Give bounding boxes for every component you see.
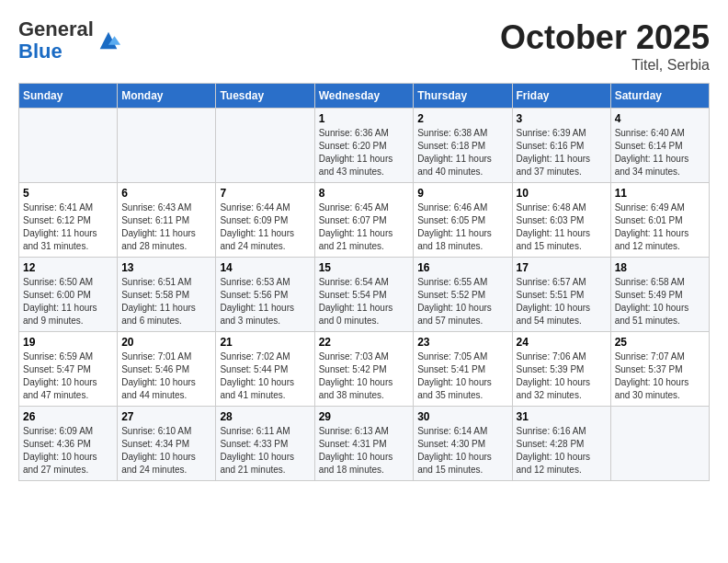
page-header: General Blue October 2025 Titel, Serbia bbox=[18, 18, 710, 74]
day-number: 14 bbox=[220, 261, 310, 274]
calendar-cell: 28Sunrise: 6:11 AMSunset: 4:33 PMDayligh… bbox=[216, 407, 314, 481]
col-friday: Friday bbox=[512, 84, 610, 109]
calendar-cell: 31Sunrise: 6:16 AMSunset: 4:28 PMDayligh… bbox=[512, 407, 610, 481]
day-info: Sunrise: 6:45 AMSunset: 6:07 PMDaylight:… bbox=[319, 201, 410, 253]
month-year-title: October 2025 bbox=[500, 18, 710, 57]
calendar-cell: 13Sunrise: 6:51 AMSunset: 5:58 PMDayligh… bbox=[118, 258, 216, 332]
day-info: Sunrise: 6:51 AMSunset: 5:58 PMDaylight:… bbox=[121, 276, 211, 327]
day-number: 17 bbox=[517, 261, 607, 274]
day-info: Sunrise: 6:50 AMSunset: 6:00 PMDaylight:… bbox=[23, 276, 113, 327]
day-number: 26 bbox=[23, 410, 113, 423]
calendar-cell: 27Sunrise: 6:10 AMSunset: 4:34 PMDayligh… bbox=[118, 407, 216, 481]
calendar-cell: 4Sunrise: 6:40 AMSunset: 6:14 PMDaylight… bbox=[610, 109, 709, 183]
calendar-cell: 3Sunrise: 6:39 AMSunset: 6:16 PMDaylight… bbox=[512, 109, 610, 183]
day-number: 2 bbox=[417, 112, 507, 125]
day-info: Sunrise: 6:46 AMSunset: 6:05 PMDaylight:… bbox=[417, 201, 507, 253]
col-tuesday: Tuesday bbox=[216, 84, 314, 109]
location-subtitle: Titel, Serbia bbox=[500, 57, 710, 74]
logo-icon bbox=[96, 28, 121, 53]
calendar-cell: 20Sunrise: 7:01 AMSunset: 5:46 PMDayligh… bbox=[118, 332, 216, 407]
calendar-cell: 11Sunrise: 6:49 AMSunset: 6:01 PMDayligh… bbox=[610, 183, 709, 258]
col-thursday: Thursday bbox=[414, 84, 512, 109]
calendar-header: Sunday Monday Tuesday Wednesday Thursday… bbox=[19, 84, 710, 109]
day-info: Sunrise: 6:38 AMSunset: 6:18 PMDaylight:… bbox=[417, 127, 507, 178]
day-info: Sunrise: 6:39 AMSunset: 6:16 PMDaylight:… bbox=[517, 127, 607, 178]
day-number: 12 bbox=[23, 261, 113, 274]
day-info: Sunrise: 6:11 AMSunset: 4:33 PMDaylight:… bbox=[220, 425, 310, 477]
day-number: 31 bbox=[517, 410, 607, 423]
day-info: Sunrise: 6:13 AMSunset: 4:31 PMDaylight:… bbox=[319, 425, 410, 477]
day-info: Sunrise: 7:03 AMSunset: 5:42 PMDaylight:… bbox=[319, 350, 410, 402]
day-info: Sunrise: 6:58 AMSunset: 5:49 PMDaylight:… bbox=[615, 276, 705, 327]
calendar-cell: 14Sunrise: 6:53 AMSunset: 5:56 PMDayligh… bbox=[216, 258, 314, 332]
col-saturday: Saturday bbox=[610, 84, 709, 109]
day-number: 30 bbox=[417, 410, 507, 423]
calendar-cell bbox=[216, 109, 314, 183]
calendar-week-row: 5Sunrise: 6:41 AMSunset: 6:12 PMDaylight… bbox=[19, 183, 710, 258]
calendar-cell: 21Sunrise: 7:02 AMSunset: 5:44 PMDayligh… bbox=[216, 332, 314, 407]
day-info: Sunrise: 6:41 AMSunset: 6:12 PMDaylight:… bbox=[23, 201, 113, 253]
calendar-cell: 8Sunrise: 6:45 AMSunset: 6:07 PMDaylight… bbox=[314, 183, 414, 258]
day-info: Sunrise: 6:55 AMSunset: 5:52 PMDaylight:… bbox=[417, 276, 507, 327]
day-info: Sunrise: 6:53 AMSunset: 5:56 PMDaylight:… bbox=[220, 276, 310, 327]
calendar-cell: 15Sunrise: 6:54 AMSunset: 5:54 PMDayligh… bbox=[314, 258, 414, 332]
calendar-cell: 19Sunrise: 6:59 AMSunset: 5:47 PMDayligh… bbox=[19, 332, 118, 407]
calendar-body: 1Sunrise: 6:36 AMSunset: 6:20 PMDaylight… bbox=[19, 109, 710, 481]
calendar-cell: 1Sunrise: 6:36 AMSunset: 6:20 PMDaylight… bbox=[314, 109, 414, 183]
day-number: 18 bbox=[615, 261, 705, 274]
calendar-cell: 18Sunrise: 6:58 AMSunset: 5:49 PMDayligh… bbox=[610, 258, 709, 332]
calendar-cell: 6Sunrise: 6:43 AMSunset: 6:11 PMDaylight… bbox=[118, 183, 216, 258]
day-number: 7 bbox=[220, 187, 310, 200]
day-info: Sunrise: 6:40 AMSunset: 6:14 PMDaylight:… bbox=[615, 127, 705, 178]
day-info: Sunrise: 6:09 AMSunset: 4:36 PMDaylight:… bbox=[23, 425, 113, 477]
day-number: 23 bbox=[417, 336, 507, 349]
day-number: 4 bbox=[615, 112, 705, 125]
calendar-cell bbox=[610, 407, 709, 481]
calendar-cell: 12Sunrise: 6:50 AMSunset: 6:00 PMDayligh… bbox=[19, 258, 118, 332]
day-number: 6 bbox=[121, 187, 211, 200]
day-info: Sunrise: 6:59 AMSunset: 5:47 PMDaylight:… bbox=[23, 350, 113, 402]
day-number: 15 bbox=[319, 261, 410, 274]
day-number: 8 bbox=[319, 187, 410, 200]
day-number: 19 bbox=[23, 336, 113, 349]
calendar-cell: 17Sunrise: 6:57 AMSunset: 5:51 PMDayligh… bbox=[512, 258, 610, 332]
day-info: Sunrise: 7:02 AMSunset: 5:44 PMDaylight:… bbox=[220, 350, 310, 402]
calendar-table: Sunday Monday Tuesday Wednesday Thursday… bbox=[18, 83, 710, 481]
header-row: Sunday Monday Tuesday Wednesday Thursday… bbox=[19, 84, 710, 109]
day-info: Sunrise: 6:16 AMSunset: 4:28 PMDaylight:… bbox=[517, 425, 607, 477]
calendar-cell bbox=[19, 109, 118, 183]
day-info: Sunrise: 6:44 AMSunset: 6:09 PMDaylight:… bbox=[220, 201, 310, 253]
calendar-cell: 30Sunrise: 6:14 AMSunset: 4:30 PMDayligh… bbox=[414, 407, 512, 481]
day-number: 29 bbox=[319, 410, 410, 423]
day-info: Sunrise: 6:48 AMSunset: 6:03 PMDaylight:… bbox=[517, 201, 607, 253]
day-info: Sunrise: 6:10 AMSunset: 4:34 PMDaylight:… bbox=[121, 425, 211, 477]
logo: General Blue bbox=[18, 18, 121, 63]
day-info: Sunrise: 7:06 AMSunset: 5:39 PMDaylight:… bbox=[517, 350, 607, 402]
calendar-cell: 7Sunrise: 6:44 AMSunset: 6:09 PMDaylight… bbox=[216, 183, 314, 258]
day-number: 21 bbox=[220, 336, 310, 349]
day-number: 5 bbox=[23, 187, 113, 200]
title-block: October 2025 Titel, Serbia bbox=[500, 18, 710, 74]
day-number: 13 bbox=[121, 261, 211, 274]
day-info: Sunrise: 6:14 AMSunset: 4:30 PMDaylight:… bbox=[417, 425, 507, 477]
calendar-cell: 16Sunrise: 6:55 AMSunset: 5:52 PMDayligh… bbox=[414, 258, 512, 332]
col-wednesday: Wednesday bbox=[314, 84, 414, 109]
day-number: 25 bbox=[615, 336, 705, 349]
day-info: Sunrise: 6:43 AMSunset: 6:11 PMDaylight:… bbox=[121, 201, 211, 253]
day-number: 3 bbox=[517, 112, 607, 125]
calendar-cell bbox=[118, 109, 216, 183]
calendar-cell: 26Sunrise: 6:09 AMSunset: 4:36 PMDayligh… bbox=[19, 407, 118, 481]
calendar-cell: 2Sunrise: 6:38 AMSunset: 6:18 PMDaylight… bbox=[414, 109, 512, 183]
calendar-cell: 10Sunrise: 6:48 AMSunset: 6:03 PMDayligh… bbox=[512, 183, 610, 258]
col-monday: Monday bbox=[118, 84, 216, 109]
calendar-cell: 24Sunrise: 7:06 AMSunset: 5:39 PMDayligh… bbox=[512, 332, 610, 407]
calendar-cell: 9Sunrise: 6:46 AMSunset: 6:05 PMDaylight… bbox=[414, 183, 512, 258]
calendar-cell: 29Sunrise: 6:13 AMSunset: 4:31 PMDayligh… bbox=[314, 407, 414, 481]
day-number: 20 bbox=[121, 336, 211, 349]
day-number: 28 bbox=[220, 410, 310, 423]
day-number: 9 bbox=[417, 187, 507, 200]
col-sunday: Sunday bbox=[19, 84, 118, 109]
day-number: 11 bbox=[615, 187, 705, 200]
day-info: Sunrise: 6:36 AMSunset: 6:20 PMDaylight:… bbox=[319, 127, 410, 178]
day-info: Sunrise: 6:54 AMSunset: 5:54 PMDaylight:… bbox=[319, 276, 410, 327]
